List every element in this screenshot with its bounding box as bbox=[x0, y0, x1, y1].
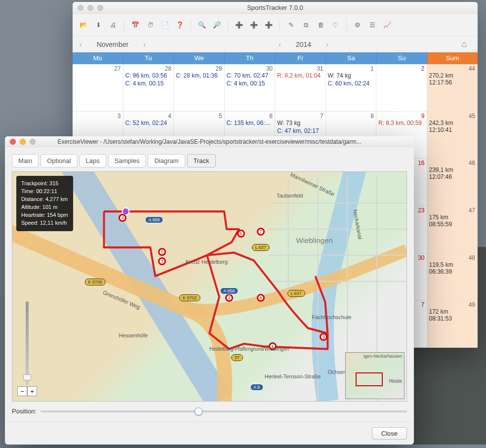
close-button[interactable]: Close bbox=[372, 427, 407, 440]
shield-l637: L 637 bbox=[252, 244, 270, 251]
position-slider[interactable] bbox=[40, 410, 407, 412]
day-number: 8 bbox=[370, 113, 374, 120]
waypoint-3[interactable]: 3 bbox=[158, 257, 166, 265]
calendar-entry[interactable]: C: 28 km, 01:36 bbox=[176, 72, 222, 79]
zoom-in-button[interactable]: + bbox=[27, 386, 37, 396]
dialog-zoom-icon[interactable] bbox=[30, 139, 36, 145]
calendar-entry[interactable]: C: 52 km, 02:24 bbox=[125, 120, 172, 126]
settings-icon[interactable]: ⚙ bbox=[352, 19, 364, 31]
window-zoom-icon[interactable] bbox=[97, 5, 103, 11]
prev-year-button[interactable]: ‹ bbox=[279, 41, 281, 48]
calendar-cell[interactable]: 28C: 96 km, 03:56C: 4 km, 00:15 bbox=[123, 64, 174, 111]
calendar-entry[interactable]: C: 60 km, 02:24 bbox=[328, 80, 374, 87]
tab-samples[interactable]: Samples bbox=[108, 154, 146, 167]
map-canvas[interactable]: 1 2 3 4 5 6 7 8 9 A 656 A 656 L 637 L 63… bbox=[12, 172, 406, 401]
help-icon[interactable]: ❓ bbox=[174, 19, 186, 31]
calendar-entry[interactable]: W: 73 kg bbox=[277, 120, 324, 126]
edit-icon[interactable]: ✎ bbox=[285, 19, 297, 31]
calendar-cell[interactable]: 30C: 70 km, 02:47C: 4 km, 00:15 bbox=[225, 64, 276, 111]
tooltip-time: Time: 00:22:11 bbox=[21, 188, 68, 196]
minimap[interactable]: igen-Neckarhausen Heide bbox=[345, 352, 405, 399]
prev-month-button[interactable]: ‹ bbox=[80, 41, 82, 48]
label-kreuzhd: Kreuz Heidelberg bbox=[186, 259, 228, 265]
calendar-cell[interactable]: 27 bbox=[73, 64, 123, 111]
day-number: 30 bbox=[418, 254, 424, 261]
waypoint-2[interactable]: 2 bbox=[225, 294, 233, 302]
week-summary: 47175 km08:55:59 bbox=[427, 206, 478, 253]
dialog-close-icon[interactable] bbox=[10, 139, 16, 145]
waypoint-9[interactable]: 9 bbox=[320, 333, 327, 341]
stopwatch-icon[interactable]: ⏱ bbox=[144, 19, 156, 31]
print-icon[interactable]: 🖨 bbox=[107, 19, 119, 31]
day-number: 9 bbox=[421, 113, 425, 120]
chart-icon[interactable]: 📈 bbox=[381, 19, 393, 31]
calendar-entry[interactable]: W: 74 kg bbox=[328, 72, 374, 79]
next-year-button[interactable]: › bbox=[326, 41, 328, 48]
day-number: 6 bbox=[269, 113, 273, 120]
day-number: 2 bbox=[421, 65, 425, 72]
calendar-header: MoTuWeThFrSaSuSum bbox=[73, 52, 478, 64]
window-close-icon[interactable] bbox=[78, 5, 83, 11]
tab-diagram[interactable]: Diagram bbox=[148, 154, 185, 167]
calendar-entry[interactable]: C: 96 km, 03:56 bbox=[125, 72, 172, 79]
calendar-entry[interactable]: C: 70 km, 02:47 bbox=[227, 72, 273, 79]
zoom-in-icon[interactable]: 🔍 bbox=[196, 19, 208, 31]
minimap-viewport[interactable] bbox=[356, 372, 383, 386]
list-icon[interactable]: 📄 bbox=[159, 19, 171, 31]
calendar-entry[interactable]: R: 8,2 km, 01:04 bbox=[277, 72, 324, 79]
waypoint-6[interactable]: 6 bbox=[237, 230, 245, 238]
tab-main[interactable]: Main bbox=[12, 154, 39, 167]
calendar-entry[interactable]: C: 4 km, 00:15 bbox=[125, 80, 172, 87]
add-note-icon[interactable]: ➕ bbox=[263, 19, 275, 31]
waypoint-7[interactable]: 7 bbox=[257, 228, 265, 236]
summary-time: 06:36:39 bbox=[429, 268, 476, 275]
home-icon[interactable]: ⌂ bbox=[461, 39, 467, 49]
tab-optional[interactable]: Optional bbox=[40, 154, 77, 167]
waypoint-8[interactable]: 8 bbox=[257, 294, 265, 302]
calendar-entry[interactable]: C: 4 km, 00:15 bbox=[227, 80, 273, 87]
map-zoom-control[interactable]: − + bbox=[17, 301, 37, 396]
calendar-cell[interactable]: 31R: 8,2 km, 01:04 bbox=[275, 64, 326, 111]
open-icon[interactable]: 📂 bbox=[78, 19, 89, 31]
minimap-label: Heide bbox=[389, 378, 402, 384]
add-weight-icon[interactable]: ➕ bbox=[248, 19, 260, 31]
next-month-button[interactable]: › bbox=[143, 41, 146, 48]
shield-a656: A 656 bbox=[145, 216, 163, 223]
calendar-entry[interactable]: C: 47 km, 02:17 bbox=[277, 127, 324, 134]
day-number: 29 bbox=[215, 65, 222, 72]
calendar-cell[interactable]: 29C: 28 km, 01:36 bbox=[174, 64, 225, 111]
add-exercise-icon[interactable]: ➕ bbox=[233, 19, 245, 31]
position-thumb[interactable] bbox=[195, 407, 202, 415]
zoom-slider[interactable] bbox=[26, 301, 29, 385]
summary-time: 12:10:41 bbox=[429, 126, 476, 133]
summary-distance: 242,3 km bbox=[429, 120, 476, 126]
save-icon[interactable]: ⬇ bbox=[92, 19, 104, 31]
calendar-cell[interactable]: 1W: 74 kgC: 60 km, 02:24 bbox=[326, 64, 377, 111]
waypoint-4[interactable]: 4 bbox=[119, 214, 126, 222]
calendar-entry[interactable]: C: 135 km, 06:… bbox=[227, 120, 273, 126]
table-icon[interactable]: ☰ bbox=[366, 19, 378, 31]
calendar-entry[interactable]: R: 8,3 km, 00:59 bbox=[378, 120, 425, 126]
calendar-cell[interactable]: 2 bbox=[376, 64, 427, 111]
month-label: November bbox=[97, 41, 129, 48]
shield-a5: A 5 bbox=[250, 384, 263, 391]
waypoint-5[interactable]: 5 bbox=[158, 248, 166, 256]
week-summary: 46239,1 km12:07:46 bbox=[427, 159, 478, 205]
trash-icon[interactable]: 🗑 bbox=[315, 19, 326, 31]
week-summary: 48119,5 km06:36:39 bbox=[427, 253, 478, 300]
day-number: 5 bbox=[219, 113, 222, 120]
dialog-minimize-icon[interactable] bbox=[20, 139, 26, 145]
calendar-icon[interactable]: 📅 bbox=[129, 19, 141, 31]
dialog-title: ExerciseViewer - /Users/stefan/Working/J… bbox=[57, 138, 361, 145]
tab-track[interactable]: Track bbox=[187, 154, 216, 167]
window-minimize-icon[interactable] bbox=[87, 5, 93, 11]
day-header: Tu bbox=[123, 52, 174, 64]
tab-laps[interactable]: Laps bbox=[80, 154, 106, 167]
day-number: 3 bbox=[118, 113, 121, 120]
heart-icon[interactable]: ♡ bbox=[329, 19, 341, 31]
zoom-out-button[interactable]: − bbox=[17, 386, 27, 396]
copy-icon[interactable]: ⧉ bbox=[300, 19, 312, 31]
track-map[interactable]: 1 2 3 4 5 6 7 8 9 A 656 A 656 L 637 L 63… bbox=[12, 171, 407, 402]
zoom-out-icon[interactable]: 🔎 bbox=[211, 19, 223, 31]
shield-b37: 37 bbox=[231, 354, 243, 361]
